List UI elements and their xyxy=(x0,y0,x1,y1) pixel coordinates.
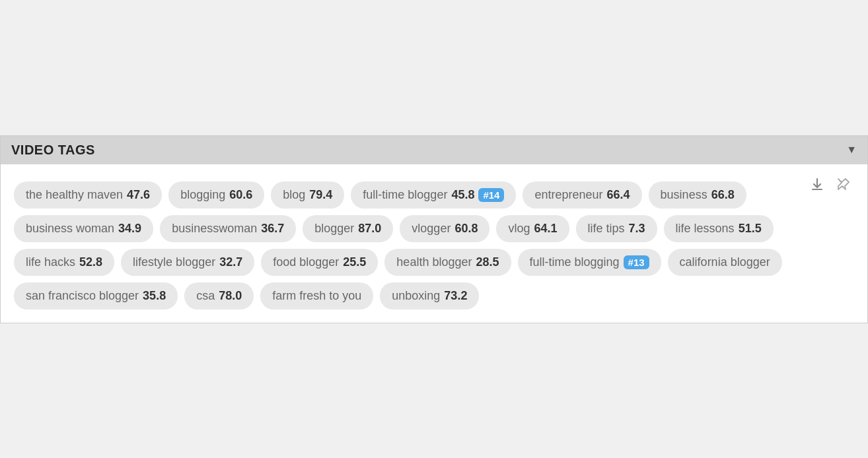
tag-label: life tips xyxy=(588,222,625,236)
tag-item[interactable]: full-time blogging#13 xyxy=(518,249,661,276)
panel-title: VIDEO TAGS xyxy=(11,143,95,158)
tag-label: vlog xyxy=(508,222,530,236)
tag-item[interactable]: blog79.4 xyxy=(271,181,344,209)
tag-label: california blogger xyxy=(680,255,770,269)
video-tags-panel: VIDEO TAGS ▼ the healthy maven47.6bloggi… xyxy=(0,135,868,323)
tag-item[interactable]: vlogger60.8 xyxy=(400,215,489,242)
tag-item[interactable]: csa78.0 xyxy=(184,282,254,310)
tag-item[interactable]: the healthy maven47.6 xyxy=(14,181,162,209)
tag-badge: #13 xyxy=(624,255,649,269)
tag-label: blogging xyxy=(180,188,225,202)
pin-icon[interactable] xyxy=(833,174,854,195)
tag-item[interactable]: businesswoman36.7 xyxy=(160,215,296,242)
tag-score: 66.4 xyxy=(607,188,630,202)
tag-item[interactable]: business woman34.9 xyxy=(14,215,153,242)
tag-item[interactable]: vlog64.1 xyxy=(496,215,569,242)
tag-label: full-time blogger xyxy=(363,188,447,202)
panel-body: the healthy maven47.6blogging60.6blog79.… xyxy=(1,164,867,323)
tag-score: 45.8 xyxy=(451,188,474,202)
tag-score: 64.1 xyxy=(534,222,557,236)
tag-item[interactable]: health blogger28.5 xyxy=(384,249,511,276)
tag-score: 7.3 xyxy=(629,222,645,236)
tag-label: businesswoman xyxy=(172,222,257,236)
tag-item[interactable]: blogger87.0 xyxy=(303,215,393,242)
tag-label: lifestyle blogger xyxy=(133,255,215,269)
tag-label: entrepreneur xyxy=(534,188,602,202)
tag-score: 34.9 xyxy=(118,222,141,236)
tag-label: blogger xyxy=(314,222,354,236)
chevron-down-icon[interactable]: ▼ xyxy=(846,144,857,156)
tag-item[interactable]: farm fresh to you xyxy=(260,282,373,310)
tag-score: 35.8 xyxy=(143,289,166,303)
tag-label: business xyxy=(661,188,707,202)
tag-item[interactable]: full-time blogger45.8#14 xyxy=(351,181,516,209)
tag-item[interactable]: blogging60.6 xyxy=(168,181,264,209)
tag-label: life lessons xyxy=(676,222,735,236)
tag-score: 66.8 xyxy=(711,188,735,202)
tag-badge: #14 xyxy=(478,188,504,202)
tag-score: 87.0 xyxy=(358,222,381,236)
tag-label: farm fresh to you xyxy=(272,289,361,303)
tag-label: business woman xyxy=(26,222,114,236)
tag-item[interactable]: san francisco blogger35.8 xyxy=(14,282,178,310)
tag-item[interactable]: lifestyle blogger32.7 xyxy=(121,249,254,276)
tag-label: food blogger xyxy=(273,255,339,269)
tag-item[interactable]: life lessons51.5 xyxy=(664,215,774,242)
tag-label: vlogger xyxy=(412,222,451,236)
tag-item[interactable]: life hacks52.8 xyxy=(14,249,114,276)
tag-score: 36.7 xyxy=(261,222,284,236)
tag-score: 25.5 xyxy=(343,255,366,269)
tag-item[interactable]: california blogger xyxy=(668,249,782,276)
tag-score: 32.7 xyxy=(219,255,242,269)
tag-score: 60.6 xyxy=(229,188,252,202)
tag-item[interactable]: life tips7.3 xyxy=(576,215,657,242)
tag-score: 51.5 xyxy=(739,222,762,236)
tag-score: 47.6 xyxy=(127,188,150,202)
tag-item[interactable]: food blogger25.5 xyxy=(261,249,378,276)
svg-rect-0 xyxy=(812,189,822,190)
tag-label: blog xyxy=(283,188,305,202)
tag-score: 79.4 xyxy=(309,188,332,202)
tag-item[interactable]: business66.8 xyxy=(649,181,746,209)
download-icon[interactable] xyxy=(807,174,828,195)
tag-label: the healthy maven xyxy=(26,188,123,202)
tag-item[interactable]: entrepreneur66.4 xyxy=(523,181,641,209)
tag-label: full-time blogging xyxy=(530,255,620,269)
tag-label: unboxing xyxy=(392,289,440,303)
tag-label: san francisco blogger xyxy=(26,289,139,303)
tag-score: 78.0 xyxy=(219,289,242,303)
tag-score: 60.8 xyxy=(454,222,478,236)
tags-container: the healthy maven47.6blogging60.6blog79.… xyxy=(14,181,854,310)
icon-bar xyxy=(807,174,854,195)
tag-label: health blogger xyxy=(396,255,472,269)
tag-item[interactable]: unboxing73.2 xyxy=(380,282,479,310)
tag-score: 28.5 xyxy=(476,255,499,269)
tag-label: csa xyxy=(196,289,215,303)
panel-header: VIDEO TAGS ▼ xyxy=(1,136,867,164)
tag-label: life hacks xyxy=(26,255,75,269)
tag-score: 73.2 xyxy=(444,289,467,303)
tag-score: 52.8 xyxy=(79,255,102,269)
